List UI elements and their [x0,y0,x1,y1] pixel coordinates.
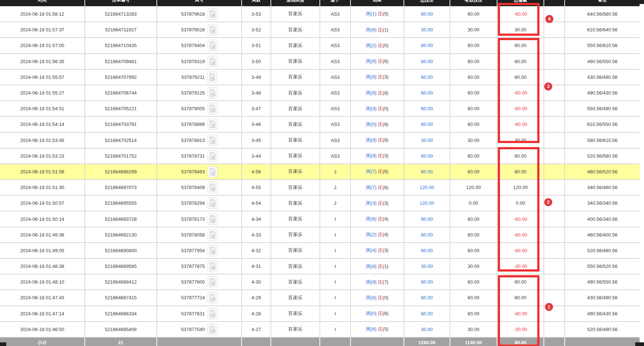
video-replay-icon[interactable] [208,292,217,303]
table-row[interactable]: 2024-06-18 01:49:36521664692130537878058… [0,227,640,243]
video-replay-icon[interactable] [208,87,217,99]
cell-game_type: 百家乐 [271,132,320,148]
cell-value: 2024-06-18 01:53:45 [20,138,64,143]
table-row[interactable]: 2024-06-18 01:53:23521664701752537878731… [0,148,640,164]
video-replay-icon[interactable] [208,276,217,288]
cell-value: 120.00 [513,185,528,190]
table-row[interactable]: 2024-06-18 01:57:00521664710435537879404… [0,38,640,53]
subtotal-round [242,337,271,346]
cell-bet_no: 521664698269 [85,164,157,180]
cell-total_bet[interactable]: 60.00 [404,306,450,322]
cell-total_bet[interactable]: 60.00 [404,164,450,180]
table-row[interactable]: 2024-06-18 01:50:14521664693728537878173… [0,211,640,227]
cell-total_bet[interactable]: 60.00 [404,290,450,305]
cell-spacer [544,54,565,69]
cell-total_bet[interactable]: 60.00 [404,148,450,164]
cell-game_type: 百家乐 [271,148,320,164]
cell-value: 60.00 [421,74,433,80]
cell-value: 60.00 [467,122,480,127]
cell-total_bet[interactable]: 120.00 [404,195,450,211]
cell-value: 340.56/460.56 [587,185,617,190]
cell-total_bet[interactable]: 60.00 [404,6,450,22]
cell-game_no: 537878409 [157,180,242,195]
table-row[interactable]: 2024-06-18 01:57:37521664711927537879516… [0,22,640,38]
cell-total_bet[interactable]: 60.00 [404,211,450,227]
video-replay-icon[interactable] [208,135,217,146]
video-replay-icon[interactable] [208,229,217,241]
subtotal-value: 1260.00 [418,340,436,345]
video-replay-icon[interactable] [208,24,217,35]
cell-spacer [544,69,565,85]
table-row[interactable]: 2024-06-18 01:48:10521664688412537877800… [0,274,640,290]
table-row[interactable]: 2024-06-18 01:54:51521664705221537879005… [0,101,640,116]
cell-total_bet[interactable]: 30.00 [404,132,450,148]
cell-valid_bet: 30.00 [450,22,497,38]
col-header-label: 局号 [157,0,241,3]
cell-total_bet[interactable]: 60.00 [404,116,450,132]
table-row[interactable]: 2024-06-18 01:51:30521664697073537878409… [0,180,640,195]
cell-game_no: 537879404 [157,38,242,53]
table-row-highlighted[interactable]: 2024-06-18 01:51:58521664698269537878493… [0,164,640,180]
video-replay-icon[interactable] [208,150,217,162]
game-number: 537878173 [181,216,205,222]
result-player: 闲(4) [366,247,376,253]
table-row[interactable]: 2024-06-18 01:54:14521664703791537878899… [0,116,640,132]
cell-total_bet[interactable]: 60.00 [404,227,450,243]
table-row[interactable]: 2024-06-18 01:49:05521664690800537877954… [0,243,640,258]
table-row[interactable]: 2024-06-18 01:56:35521664709481537879319… [0,54,640,69]
cell-total_bet[interactable]: 30.00 [404,322,450,337]
cell-game_no: 537878899 [157,116,242,132]
cell-total_bet[interactable]: 60.00 [404,69,450,85]
video-replay-icon[interactable] [208,261,217,272]
cell-total_bet[interactable]: 60.00 [404,85,450,101]
subtotal-value: 1140.00 [465,340,482,345]
cell-valid_bet: 60.00 [450,116,497,132]
video-replay-icon[interactable] [208,40,217,51]
cell-value: -60.00 [514,11,527,17]
cell-total_bet[interactable]: 60.00 [404,274,450,290]
table-row[interactable]: 2024-06-18 01:53:45521664702514537878813… [0,132,640,148]
video-replay-icon[interactable] [208,56,217,67]
result-banker-num: (6) [383,58,389,64]
video-replay-icon[interactable] [208,308,217,319]
table-row[interactable]: 2024-06-18 01:47:14521664686334537877631… [0,306,640,322]
cell-bet_no: 521664703791 [85,116,157,132]
cell-total_bet[interactable]: 30.00 [404,258,450,274]
cell-value: 521664688412 [105,279,137,285]
scrollbar-track[interactable] [640,4,644,342]
table-row[interactable]: 2024-06-18 01:50:57521664695555537878294… [0,195,640,211]
video-replay-icon[interactable] [208,119,217,130]
table-row[interactable]: 2024-06-18 01:47:43521664687415537877724… [0,290,640,305]
video-replay-icon[interactable] [207,72,217,83]
cell-value: 3-53 [251,11,261,17]
cell-value: -60.00 [514,106,527,111]
cell-total_bet[interactable]: 60.00 [404,38,450,53]
table-row[interactable]: 2024-06-18 01:58:12521664713283537879618… [0,6,640,22]
header-bar-extension [640,0,644,4]
video-replay-icon[interactable] [208,214,217,225]
cell-win_loss: 60.00 [497,69,544,85]
cell-game_no: 537878813 [157,132,242,148]
cell-total_bet[interactable]: 60.00 [404,54,450,69]
table-row[interactable]: 2024-06-18 01:46:50521664685408537877540… [0,322,640,337]
cell-total_bet[interactable]: 60.00 [404,101,450,116]
video-replay-icon[interactable] [208,103,217,114]
cell-total_bet[interactable]: 120.00 [404,180,450,195]
table-row[interactable]: 2024-06-18 01:48:38521664689585537877875… [0,258,640,274]
video-replay-icon[interactable] [208,197,217,209]
cell-value: AS3 [331,11,340,17]
table-row[interactable]: 2024-06-18 01:55:57521664707992537879211… [0,69,640,85]
video-replay-icon[interactable] [208,182,217,193]
cell-value: 4-29 [251,295,261,300]
video-replay-icon[interactable] [208,324,217,335]
cell-balance: 430.56/490.56 [565,69,640,85]
video-replay-icon[interactable] [208,8,217,20]
video-replay-icon[interactable] [208,245,217,256]
video-replay-icon[interactable] [208,166,217,177]
cell-total_bet[interactable]: 30.00 [404,22,450,38]
col-header-label: 时间 [0,0,84,3]
table-row[interactable]: 2024-06-18 01:55:27521664706744537879125… [0,85,640,101]
cell-result: 闲(9) 庄(3) [351,69,404,85]
cell-value: 521664695555 [105,200,137,206]
cell-total_bet[interactable]: 60.00 [404,243,450,258]
